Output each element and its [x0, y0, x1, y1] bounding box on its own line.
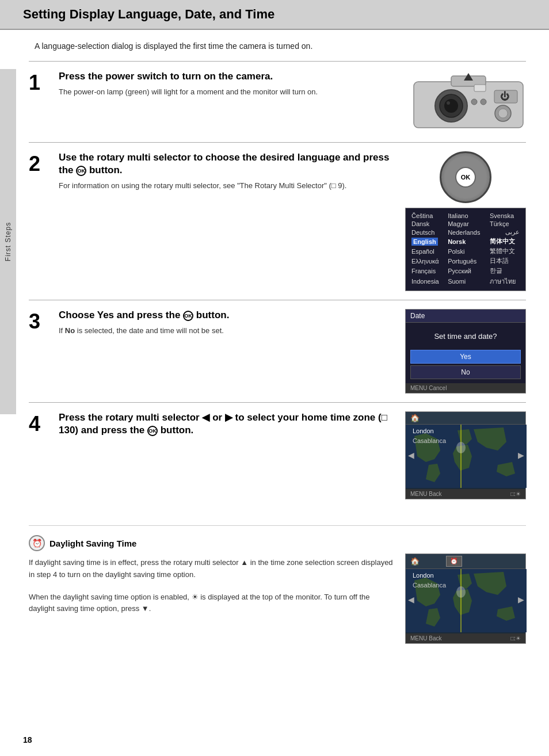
- lang-cell: 繁體中文: [487, 246, 522, 256]
- step-4: 4 Press the rotary multi selector ◀ or ▶…: [29, 402, 526, 508]
- lang-cell: 简体中文: [487, 236, 522, 246]
- lang-row-6: Ελληνυκά Português 日本語: [409, 256, 522, 266]
- dialog-options: Yes No: [406, 350, 525, 383]
- dst-icon: ⏰: [446, 556, 462, 567]
- step-3: 3 Choose Yes and press the OK button. If…: [29, 300, 526, 402]
- note-section: ⏰ Daylight Saving Time If daylight savin…: [29, 525, 526, 644]
- lang-row-7: Français Русский 한글: [409, 266, 522, 276]
- note-body: ⏰ Daylight Saving Time If daylight savin…: [29, 535, 526, 644]
- page-header: Setting Display Language, Date, and Time: [0, 0, 549, 30]
- note-text-container: ⏰ Daylight Saving Time If daylight savin…: [29, 535, 396, 615]
- lang-row-8: Indonesia Suomi ภาษาไทย: [409, 276, 522, 287]
- ok-dial: OK: [440, 151, 491, 203]
- home-icon-note: 🏠: [410, 557, 420, 566]
- step-1-number: 1: [29, 70, 49, 133]
- step-2-images-container: OK Čeština Italiano Svenska Dansk Magyar: [405, 151, 526, 291]
- step-2-content: Use the rotary multi selector to choose …: [59, 151, 396, 291]
- dialog-footer: MENU Cancel: [406, 383, 525, 393]
- lang-cell: ภาษาไทย: [487, 276, 522, 287]
- dialog-option-no: No: [410, 365, 521, 379]
- lang-cell: Norsk: [445, 236, 487, 246]
- step-1-title: Press the power switch to turn on the ca…: [59, 70, 402, 83]
- step-1: 1 Press the power switch to turn on the …: [29, 61, 526, 142]
- lang-cell: Español: [409, 246, 445, 256]
- yes-bold: Yes: [97, 310, 114, 320]
- lang-cell: Indonesia: [409, 276, 445, 287]
- svg-point-11: [471, 99, 477, 105]
- step-2-desc: For information on using the rotary mult…: [59, 180, 396, 192]
- lang-cell: Ελληνυκά: [409, 256, 445, 266]
- timezone-map-step4: 🏠: [405, 411, 526, 499]
- selected-language: English: [411, 238, 438, 246]
- note-map-city-london: London: [413, 572, 434, 579]
- map-footer-left-step4: MENU Back: [410, 491, 441, 497]
- note-icon: ⏰: [29, 535, 45, 551]
- sidebar: First Steps: [0, 69, 16, 414]
- lang-cell: Français: [409, 266, 445, 276]
- step-3-image: Date Set time and date? Yes No MENU Canc…: [405, 309, 526, 394]
- lang-cell: Deutsch: [409, 228, 445, 236]
- camera-top-view: ⏻: [411, 70, 526, 133]
- language-table: Čeština Italiano Svenska Dansk Magyar Tü…: [409, 212, 522, 287]
- timezone-map-note: 🏠 ⏰ ◀: [405, 553, 526, 644]
- map-city-london-step4: London: [413, 427, 434, 434]
- page-number: 18: [23, 735, 32, 744]
- lang-cell: 한글: [487, 266, 522, 276]
- lang-cell: Русский: [445, 266, 487, 276]
- note-header: ⏰ Daylight Saving Time: [29, 535, 396, 551]
- svg-point-16: [456, 442, 466, 453]
- step-2-image: OK Čeština Italiano Svenska Dansk Magyar: [405, 151, 526, 291]
- step-2-title: Use the rotary multi selector to choose …: [59, 151, 396, 177]
- svg-text:⏻: ⏻: [500, 91, 509, 101]
- svg-text:◀: ◀: [408, 595, 414, 604]
- lang-row-5: Español Polski 繁體中文: [409, 246, 522, 256]
- map-container-step4: ◀ ▶ London Casablanca: [406, 425, 525, 489]
- sidebar-label: First Steps: [4, 222, 12, 261]
- lang-row-2: Dansk Magyar Türkçe: [409, 220, 522, 228]
- svg-point-4: [444, 99, 458, 113]
- note-map-city-casablanca: Casablanca: [413, 582, 446, 589]
- date-dialog: Date Set time and date? Yes No MENU Canc…: [405, 309, 526, 394]
- step-4-image: 🏠: [405, 411, 526, 499]
- lang-cell: Italiano: [445, 212, 487, 220]
- note-title: Daylight Saving Time: [49, 539, 136, 548]
- svg-text:▶: ▶: [518, 450, 524, 460]
- lang-cell: عربى: [487, 228, 522, 236]
- map-footer-right-step4: □:☀: [510, 491, 521, 497]
- main-content: A language-selection dialog is displayed…: [0, 30, 549, 655]
- note-para-1: If daylight saving time is in effect, pr…: [29, 557, 396, 581]
- note-map-footer-right: □:☀: [510, 635, 521, 642]
- lang-cell: Português: [445, 256, 487, 266]
- map-footer-note: MENU Back □:☀: [406, 633, 525, 643]
- language-grid: Čeština Italiano Svenska Dansk Magyar Tü…: [405, 208, 526, 291]
- note-map-container: ◀ ▶ London Casablanca: [406, 569, 525, 633]
- map-header-step4: 🏠: [406, 412, 525, 425]
- intro-text: A language-selection dialog is displayed…: [29, 41, 526, 51]
- svg-point-5: [447, 101, 450, 105]
- ok-symbol-step2: OK: [76, 166, 86, 176]
- no-bold: No: [65, 326, 75, 335]
- lang-cell: 日本語: [487, 256, 522, 266]
- lang-cell-english: English: [409, 236, 445, 246]
- svg-point-10: [498, 109, 508, 118]
- step-2-number: 2: [29, 151, 49, 291]
- svg-point-12: [481, 99, 486, 105]
- ok-symbol-step4: OK: [147, 426, 158, 436]
- step-3-content: Choose Yes and press the OK button. If N…: [59, 309, 396, 394]
- step-3-desc: If No is selected, the date and time wil…: [59, 325, 396, 337]
- step-4-title: Press the rotary multi selector ◀ or ▶ t…: [59, 411, 396, 437]
- step-2: 2 Use the rotary multi selector to choos…: [29, 142, 526, 300]
- ok-label: OK: [455, 167, 476, 188]
- svg-text:▶: ▶: [518, 595, 524, 604]
- home-icon-step4: 🏠: [410, 414, 420, 422]
- note-para-2: When the daylight saving time option is …: [29, 591, 396, 616]
- svg-text:◀: ◀: [408, 450, 414, 460]
- lang-cell: Magyar: [445, 220, 487, 228]
- svg-point-21: [456, 586, 466, 598]
- dialog-header: Date: [406, 310, 525, 323]
- ok-symbol-step3: OK: [183, 311, 193, 321]
- map-footer-step4: MENU Back □:☀: [406, 489, 525, 499]
- step-3-title: Choose Yes and press the OK button.: [59, 309, 396, 322]
- step-1-content: Press the power switch to turn on the ca…: [59, 70, 402, 133]
- svg-rect-6: [474, 85, 486, 91]
